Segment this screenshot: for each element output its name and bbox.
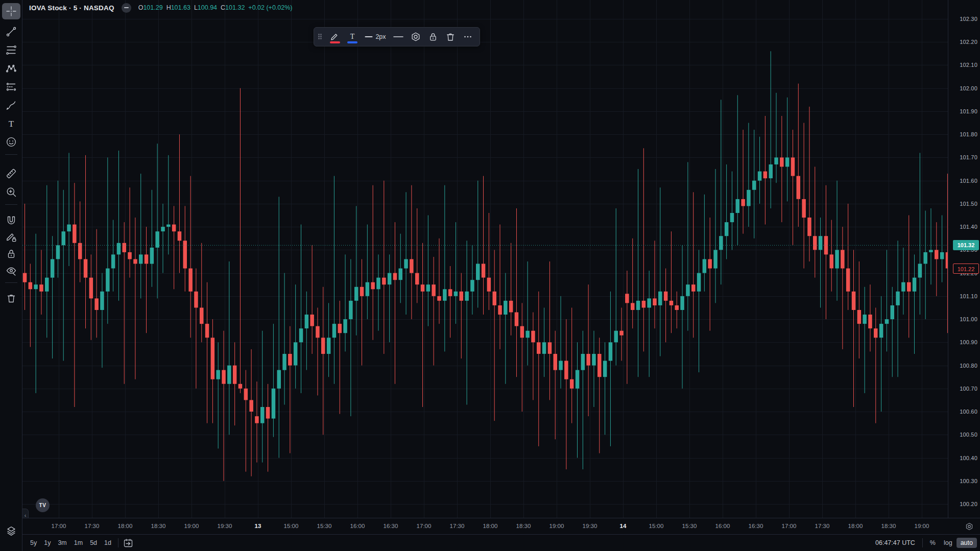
price-axis-label: 101.90 (960, 108, 977, 115)
log-scale-button[interactable]: log (940, 538, 957, 548)
lock-all-drawings-button[interactable] (2, 246, 20, 262)
percent-scale-button[interactable]: % (926, 538, 940, 548)
time-axis-day-label: 13 (246, 523, 270, 529)
time-axis-label: 18:00 (479, 523, 502, 529)
bottom-toolbar: 5y1y3m1m5d1d 06:47:47 UTC % log auto (22, 534, 980, 551)
drawing-settings-button[interactable] (408, 29, 423, 44)
time-axis-label: 15:00 (279, 523, 303, 529)
time-axis-label: 16:30 (744, 523, 768, 529)
trend-line-icon (6, 26, 17, 37)
ohlc-values: O101.29 H101.63 L100.94 C101.32 +0.02 (+… (138, 4, 293, 11)
price-axis-label: 101.40 (960, 223, 977, 230)
object-tree-button[interactable] (2, 523, 20, 539)
pencil-lock-icon (6, 231, 17, 243)
more-options-button[interactable] (460, 29, 475, 44)
drawing-remove-button[interactable] (443, 29, 458, 44)
time-axis-label: 18:00 (113, 523, 137, 529)
range-button-1m[interactable]: 1m (70, 538, 86, 548)
tradingview-logo[interactable]: TV (36, 498, 50, 512)
price-axis-label: 102.10 (960, 61, 977, 68)
range-button-3m[interactable]: 3m (54, 538, 70, 548)
time-axis-label: 16:30 (379, 523, 402, 529)
pane-legend: IOVA Stock · 5 · NASDAQ O101.29 H101.63 … (29, 3, 293, 13)
trash-icon (445, 32, 456, 42)
time-axis-label: 16:00 (711, 523, 734, 529)
fib-retracement-icon (6, 44, 17, 56)
remove-drawings-button[interactable] (2, 290, 20, 306)
text-color-button[interactable]: T (345, 29, 360, 44)
time-axis-label: 16:00 (346, 523, 369, 529)
collapse-legend-button[interactable] (122, 3, 131, 13)
price-axis-label: 101.80 (960, 131, 977, 138)
time-axis-day-label: 14 (611, 523, 635, 529)
line-width-value: 2px (375, 33, 386, 40)
drawing-color-button[interactable] (327, 29, 343, 44)
last-price-tag: 101.32 (953, 240, 979, 250)
line-width-icon (365, 32, 373, 42)
price-axis-label: 100.40 (960, 454, 977, 462)
prediction-tool-button[interactable] (2, 79, 20, 95)
toolbar-drag-handle[interactable] (318, 34, 325, 40)
price-axis-label: 100.80 (960, 362, 977, 369)
fib-retracement-tool-button[interactable] (2, 42, 20, 58)
crosshair-tool-button[interactable] (2, 3, 20, 19)
magnet-icon (6, 215, 17, 226)
chart-pane: IOVA Stock · 5 · NASDAQ O101.29 H101.63 … (22, 0, 948, 518)
price-axis-label: 100.20 (960, 500, 977, 508)
price-axis[interactable]: 100.20100.30100.40100.50100.60100.70100.… (948, 0, 980, 518)
range-button-1d[interactable]: 1d (101, 538, 115, 548)
time-axis-label: 18:00 (844, 523, 867, 529)
axis-settings-button[interactable] (965, 522, 974, 531)
time-axis-label: 17:00 (777, 523, 801, 529)
stay-drawing-mode-button[interactable] (2, 229, 20, 245)
price-axis-label: 100.90 (960, 339, 977, 346)
price-axis-label: 102.30 (960, 15, 977, 22)
xabcd-pattern-tool-button[interactable] (2, 60, 20, 77)
lock-icon (428, 32, 438, 42)
go-to-date-button[interactable] (122, 537, 135, 549)
settings-hexagon-icon (411, 32, 421, 42)
time-axis-label: 15:00 (644, 523, 668, 529)
measure-tool-button[interactable] (2, 165, 20, 182)
line-width-button[interactable]: 2px (362, 29, 389, 44)
price-axis-label: 101.50 (960, 200, 977, 207)
zoom-in-tool-button[interactable] (2, 184, 20, 200)
zoom-in-icon (6, 186, 17, 198)
change-value: +0.02 (+0.02%) (248, 4, 292, 11)
trend-line-tool-button[interactable] (2, 23, 20, 40)
red-color-indicator (330, 41, 340, 43)
text-icon: T (6, 118, 17, 129)
layers-icon (6, 525, 17, 537)
brush-tool-button[interactable] (2, 97, 20, 113)
text-tool-button[interactable]: T (2, 115, 20, 132)
price-axis-label: 101.00 (960, 316, 977, 323)
line-style-button[interactable] (391, 29, 406, 44)
tradingview-chart-app: { "theme": { "background": "#0b0d12", "g… (0, 0, 980, 551)
toolbar-divider (118, 538, 118, 547)
legend-separator: · (69, 4, 71, 12)
toolbar-divider (922, 538, 923, 547)
magnet-mode-button[interactable] (2, 212, 20, 229)
trash-icon (6, 293, 17, 304)
time-axis-label: 17:00 (412, 523, 436, 529)
clock[interactable]: 06:47:47 UTC (871, 539, 919, 546)
symbol-title[interactable]: IOVA Stock · 5 · NASDAQ (29, 4, 114, 12)
range-button-5y[interactable]: 5y (27, 538, 40, 548)
time-axis-label: 15:30 (313, 523, 336, 529)
drawing-lock-button[interactable] (425, 29, 441, 44)
candlestick-chart[interactable] (22, 0, 948, 518)
time-axis-label: 15:30 (678, 523, 701, 529)
emoji-tool-button[interactable] (2, 134, 20, 150)
time-axis-label: 18:30 (147, 523, 170, 529)
open-value: 101.29 (143, 4, 162, 11)
price-axis-label: 100.70 (960, 385, 977, 392)
scale-controls: 06:47:47 UTC % log auto (871, 538, 977, 548)
range-button-1y[interactable]: 1y (40, 538, 54, 548)
low-value: 100.94 (198, 4, 217, 11)
range-button-5d[interactable]: 5d (86, 538, 101, 548)
time-axis[interactable]: 17:0017:3018:0018:3019:0019:301315:0015:… (22, 518, 980, 534)
auto-scale-button[interactable]: auto (957, 538, 977, 548)
eye-hide-icon (6, 266, 17, 277)
hide-all-drawings-button[interactable] (2, 263, 20, 279)
price-axis-label: 102.00 (960, 85, 977, 92)
